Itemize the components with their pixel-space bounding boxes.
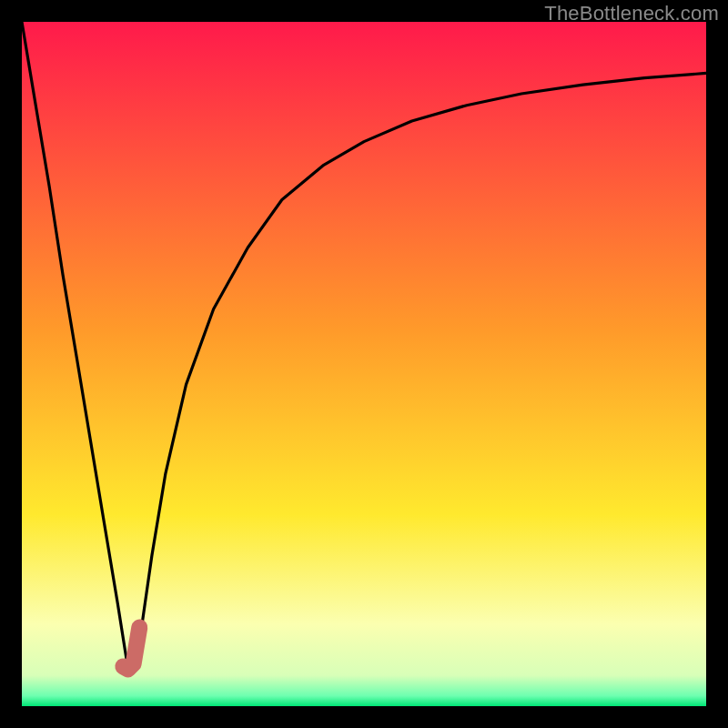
bottleneck-curve	[22, 22, 706, 669]
curve-layer	[22, 22, 706, 706]
chart-frame: TheBottleneck.com	[0, 0, 728, 728]
plot-area	[22, 22, 706, 706]
watermark-text: TheBottleneck.com	[544, 2, 719, 25]
